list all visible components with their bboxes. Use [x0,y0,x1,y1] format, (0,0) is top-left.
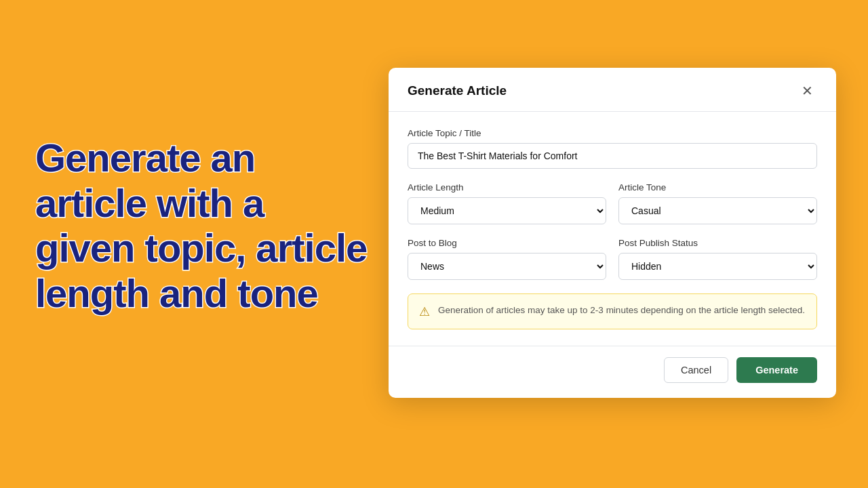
blog-field-group: Post to Blog News Blog General [408,238,606,280]
modal-footer: Cancel Generate [389,346,836,398]
publish-label: Post Publish Status [618,238,817,248]
notice-box: ⚠ Generation of articles may take up to … [408,293,817,329]
publish-field-group: Post Publish Status Hidden Published Dra… [618,238,817,280]
blog-publish-row: Post to Blog News Blog General Post Publ… [408,238,817,280]
close-button[interactable]: ✕ [797,83,817,99]
tone-label: Article Tone [618,182,817,192]
modal-header: Generate Article ✕ [389,68,836,112]
modal-body: Article Topic / Title Article Length Sho… [389,112,836,329]
modal-title: Generate Article [408,83,507,98]
topic-label: Article Topic / Title [408,128,817,138]
tone-select[interactable]: Formal Casual Professional [618,197,817,224]
blog-select[interactable]: News Blog General [408,253,606,280]
cancel-button[interactable]: Cancel [664,357,728,383]
topic-field-group: Article Topic / Title [408,128,817,169]
length-label: Article Length [408,182,606,192]
notice-text: Generation of articles may take up to 2-… [438,304,805,317]
topic-input[interactable] [408,143,817,169]
generate-button[interactable]: Generate [736,357,817,383]
generate-article-modal: Generate Article ✕ Article Topic / Title… [389,68,836,398]
tone-field-group: Article Tone Formal Casual Professional [618,182,817,224]
warning-icon: ⚠ [419,304,430,319]
headline: Generate an article with a given topic, … [35,136,368,317]
length-tone-row: Article Length Short Medium Long Article… [408,182,817,224]
blog-label: Post to Blog [408,238,606,248]
publish-select[interactable]: Hidden Published Draft [618,253,817,280]
length-select[interactable]: Short Medium Long [408,197,606,224]
length-field-group: Article Length Short Medium Long [408,182,606,224]
